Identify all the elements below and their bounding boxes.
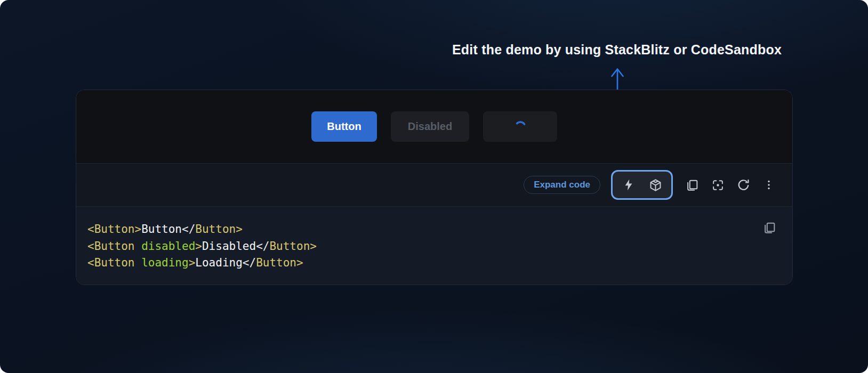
annotation-title: Edit the demo by using StackBlitz or Cod… (452, 42, 782, 58)
disabled-button: Disabled (391, 111, 469, 142)
code-block: <Button>Button</Button><Button disabled>… (76, 207, 792, 285)
demo-preview: Button Disabled (76, 90, 792, 163)
spinner-icon (514, 120, 527, 133)
copy-code-icon[interactable] (760, 218, 778, 237)
expand-code-button[interactable]: Expand code (524, 176, 600, 194)
isolate-icon[interactable] (707, 174, 728, 196)
app-window: Edit the demo by using StackBlitz or Cod… (0, 0, 868, 373)
highlighted-icon-group (611, 170, 673, 200)
copy-icon[interactable] (681, 174, 703, 196)
codesandbox-icon[interactable] (644, 174, 666, 196)
primary-button-label: Button (327, 120, 361, 133)
stackblitz-icon[interactable] (617, 174, 640, 196)
refresh-icon[interactable] (733, 174, 754, 196)
more-icon[interactable] (758, 174, 779, 196)
primary-button[interactable]: Button (311, 111, 377, 142)
code-line: <Button loading>Loading</Button> (87, 255, 760, 272)
demo-card: Button Disabled Expand code (76, 90, 793, 285)
demo-toolbar: Expand code (76, 163, 792, 207)
code-line: <Button disabled>Disabled</Button> (87, 238, 760, 255)
loading-button[interactable] (483, 111, 557, 142)
code-lines: <Button>Button</Button><Button disabled>… (87, 221, 760, 272)
code-line: <Button>Button</Button> (87, 221, 760, 238)
disabled-button-label: Disabled (408, 120, 452, 133)
